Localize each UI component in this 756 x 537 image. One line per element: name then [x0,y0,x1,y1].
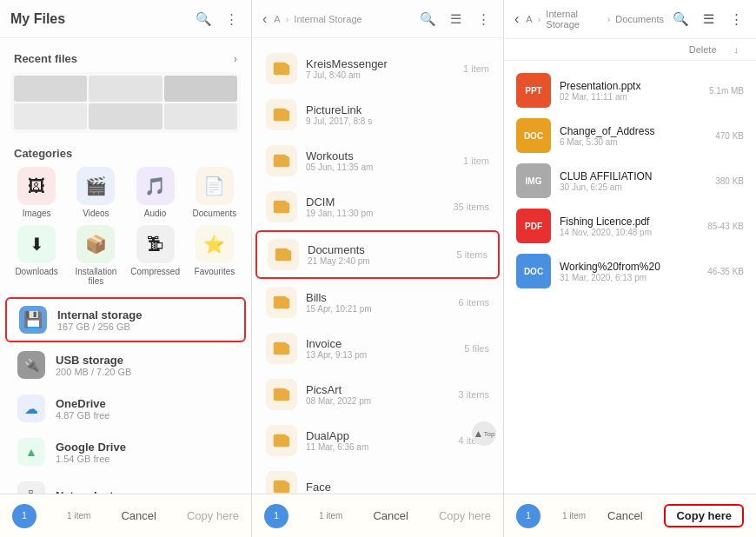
file-name: Workouts [306,149,454,162]
right-file-item[interactable]: DOC Change_of_Address 6 Mar, 5:30 am 470… [504,113,756,158]
category-videos[interactable]: 🎬 Videos [70,167,122,218]
file-icon [266,145,297,176]
right-file-size: 470 KB [715,131,744,141]
usb-info: USB storage 200 MB / 7.20 GB [56,354,234,377]
file-info: PictureLink 9 Jul, 2017, 8:8 s [306,103,481,126]
right-file-name: CLUB AFFILIATION [560,170,706,182]
file-icon [266,471,297,494]
middle-breadcrumb-root: A [274,14,280,24]
favorites-icon: ⭐ [196,225,234,263]
recent-files-chevron[interactable]: › [234,53,237,65]
middle-file-item[interactable]: Documents 21 May 2:40 pm 5 items [255,230,500,279]
middle-copy-button[interactable]: Copy here [439,509,491,522]
left-copy-button[interactable]: Copy here [187,509,239,522]
middle-list-icon[interactable]: ☰ [446,10,465,29]
right-more-icon[interactable]: ⋮ [726,10,746,29]
middle-cancel-button[interactable]: Cancel [373,509,408,522]
right-file-thumb: PPT [516,73,551,108]
right-file-date: 14 Nov, 2020, 10:48 pm [560,228,699,237]
right-file-item[interactable]: DOC Working%20from%20 31 Mar, 2020, 6:13… [504,249,756,294]
right-file-name: Presentation.pptx [560,80,700,92]
right-cancel-button[interactable]: Cancel [607,509,642,522]
left-panel-title: My Files [10,11,187,27]
middle-file-item[interactable]: PictureLink 9 Jul, 2017, 8:8 s [255,92,500,137]
middle-back-button[interactable]: ‹ [262,11,267,27]
middle-file-item[interactable]: Bills 15 Apr, 10:21 pm 6 items [255,280,500,325]
category-images[interactable]: 🖼 Images [10,167,63,218]
right-file-list: PPT Presentation.pptx 02 Mar, 11:11 am 5… [504,61,756,494]
category-apk[interactable]: 📦 Installation files [70,225,122,286]
left-panel: My Files 🔍 ⋮ Recent files › [0,0,252,494]
breadcrumb-sep-mid: › [286,14,289,24]
middle-file-item[interactable]: DCIM 19 Jan, 11:30 pm 35 items [255,184,500,229]
file-name: Bills [306,291,450,304]
middle-more-icon[interactable]: ⋮ [474,10,493,29]
storage-internal[interactable]: 💾 Internal storage 167 GB / 256 GB [5,297,246,342]
right-list-icon[interactable]: ☰ [699,10,718,29]
middle-file-item[interactable]: Invoice 13 Apr, 9:13 pm 5 files [255,326,500,371]
right-file-item[interactable]: PDF Fishing Licence.pdf 14 Nov, 2020, 10… [504,203,756,249]
more-options-icon[interactable]: ⋮ [222,10,241,29]
file-info: Invoice 13 Apr, 9:13 pm [306,337,455,360]
recent-files-section: Recent files › [0,45,251,69]
compressed-icon: 🗜 [136,225,175,263]
left-cancel-button[interactable]: Cancel [121,509,156,522]
middle-search-icon[interactable]: 🔍 [418,10,437,29]
middle-file-item[interactable]: DualApp 11 Mar, 6:36 am 4 items [255,418,500,463]
middle-file-item[interactable]: Face [255,464,500,494]
right-file-item[interactable]: IMG CLUB AFFILIATION 30 Jun, 6:25 am 380… [504,158,756,203]
sort-button[interactable]: ↓ [729,43,745,56]
file-meta: 05 Jun, 11:35 am [306,162,454,172]
right-file-date: 02 Mar, 11:11 am [560,92,700,102]
storage-googledrive[interactable]: ▲ Google Drive 1.54 GB free [5,431,246,473]
category-favorites[interactable]: ⭐ Favourites [189,225,241,286]
file-count: 6 items [459,297,489,308]
middle-file-list: KreisMessenger 7 Jul, 8:40 am 1 item Pic… [252,38,503,494]
file-meta: 19 Jan, 11:30 pm [306,209,444,218]
file-info: Bills 15 Apr, 10:21 pm [306,291,450,314]
storage-network[interactable]: 🖧 Network storage [5,474,246,494]
category-audio[interactable]: 🎵 Audio [129,167,182,218]
right-search-icon[interactable]: 🔍 [671,10,690,29]
file-info: KreisMessenger 7 Jul, 8:40 am [306,57,454,80]
search-icon[interactable]: 🔍 [194,10,213,29]
right-file-thumb: PDF [516,209,551,243]
right-bottom-bar: 1 1 item Cancel Copy here [504,494,756,537]
right-file-size: 380 KB [715,176,744,186]
category-downloads[interactable]: ⬇ Downloads [10,225,63,286]
left-header-icons: 🔍 ⋮ [194,10,241,29]
apk-icon: 📦 [76,225,115,263]
file-name: DualApp [306,429,450,442]
left-bottom-bar: 1 1 item Cancel Copy here [0,494,252,537]
category-compressed[interactable]: 🗜 Compressed [129,225,182,286]
category-documents[interactable]: 📄 Documents [189,167,241,218]
file-count: 1 item [463,63,489,74]
storage-usb[interactable]: 🔌 USB storage 200 MB / 7.20 GB [5,344,246,386]
right-toolbar: Delete ↓ [504,39,756,61]
middle-panel-header: ‹ A › Internal Storage 🔍 ☰ ⋮ [252,0,503,38]
network-info: Network storage [56,489,234,494]
middle-file-item[interactable]: Workouts 05 Jun, 11:35 am 1 item [255,138,500,183]
file-name: PictureLink [306,103,481,116]
right-file-size: 85-43 KB [707,222,744,231]
right-copy-button[interactable]: Copy here [664,504,744,527]
recent-thumb-1 [14,76,87,102]
downloads-icon: ⬇ [17,225,56,263]
recent-thumb-5 [89,103,162,129]
file-icon [266,379,297,410]
right-file-item[interactable]: PPT Presentation.pptx 02 Mar, 11:11 am 5… [504,68,756,113]
scroll-top-button[interactable]: ▲Top [472,421,496,446]
middle-file-item[interactable]: KreisMessenger 7 Jul, 8:40 am 1 item [255,46,500,91]
middle-file-item[interactable]: PicsArt 08 Mar, 2022 pm 3 items [255,372,500,417]
file-count: 5 items [457,249,487,260]
images-icon: 🖼 [17,167,56,205]
right-file-thumb: DOC [516,254,551,288]
onedrive-icon: ☁ [17,394,45,422]
right-back-button[interactable]: ‹ [514,11,519,27]
middle-header-icons: 🔍 ☰ ⋮ [418,10,493,29]
storage-onedrive[interactable]: ☁ OneDrive 4.87 GB free [5,388,246,429]
middle-bottom-bar: 1 1 item Cancel Copy here [252,494,504,537]
file-count: 3 items [459,389,489,400]
delete-button[interactable]: Delete [684,43,722,56]
file-count: 5 files [464,343,489,354]
